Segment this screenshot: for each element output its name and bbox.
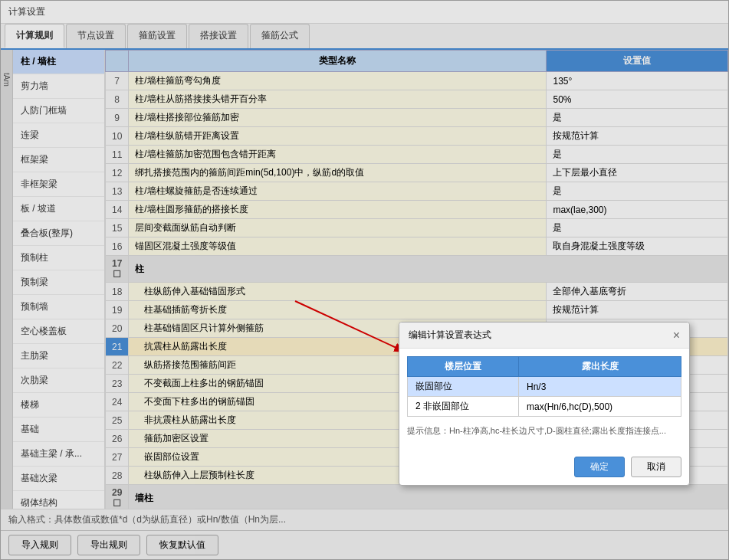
- dialog-cancel-button[interactable]: 取消: [631, 457, 681, 477]
- svg-line-1: [295, 301, 406, 352]
- dialog-overlay: 编辑计算设置表达式 × 楼层位置 露出长度 嵌固部位Hn/32 非嵌固部位max…: [0, 0, 729, 560]
- dialog-title-text: 编辑计算设置表达式: [409, 329, 491, 342]
- dialog-footer: 确定 取消: [399, 453, 689, 485]
- dialog-title-bar: 编辑计算设置表达式 ×: [399, 323, 689, 349]
- dialog-close-button[interactable]: ×: [673, 329, 680, 342]
- dialog-hint: 提示信息：Hn-柱净高,hc-柱长边尺寸,D-圆柱直径;露出长度指连接点...: [407, 424, 681, 437]
- dialog-col-floor: 楼层位置: [408, 357, 519, 377]
- dialog-floor-cell: 2 非嵌固部位: [408, 397, 519, 417]
- dialog-floor-cell: 嵌固部位: [408, 377, 519, 397]
- dialog-extend-cell: max(Hn/6,hc(D),500): [519, 397, 681, 417]
- dialog-table: 楼层位置 露出长度 嵌固部位Hn/32 非嵌固部位max(Hn/6,hc(D),…: [407, 356, 681, 417]
- dialog-extend-cell: Hn/3: [519, 377, 681, 397]
- edit-expression-dialog: 编辑计算设置表达式 × 楼层位置 露出长度 嵌固部位Hn/32 非嵌固部位max…: [399, 322, 690, 486]
- dialog-body: 楼层位置 露出长度 嵌固部位Hn/32 非嵌固部位max(Hn/6,hc(D),…: [399, 349, 689, 453]
- dialog-confirm-button[interactable]: 确定: [574, 457, 625, 477]
- dialog-col-extend: 露出长度: [519, 357, 681, 377]
